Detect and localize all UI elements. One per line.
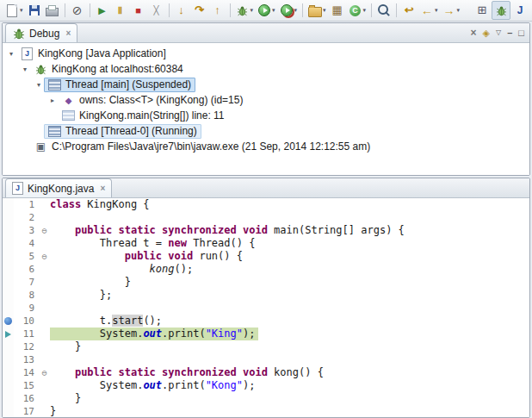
debug-tree-row[interactable]: ▾KingKong at localhost:60384 [3, 61, 529, 77]
tree-expanded-icon[interactable]: ▾ [34, 81, 44, 89]
debug-target-icon [34, 63, 47, 75]
debug-tree-row[interactable]: ▾Thread [main] (Suspended) [3, 77, 529, 92]
tree-item[interactable]: ▣C:\Program Files\Java\jre7\bin\javaw.ex… [30, 140, 374, 154]
marker-gutter[interactable] [3, 250, 14, 263]
breakpoint-icon[interactable] [3, 315, 14, 328]
remove-all-terminated-icon[interactable]: × [471, 26, 477, 40]
tab-kingkong-java[interactable]: KingKong.java × [5, 178, 112, 197]
minimize-icon[interactable]: – [507, 26, 512, 40]
close-icon[interactable]: × [100, 184, 105, 193]
tree-expanded-icon[interactable]: ▾ [20, 66, 30, 73]
code-text[interactable]: kong(); [50, 263, 196, 276]
marker-gutter[interactable] [3, 237, 14, 250]
marker-gutter[interactable] [3, 340, 14, 353]
tree-item[interactable]: KingKong at localhost:60384 [30, 62, 188, 77]
debug-tree-row[interactable]: ▣C:\Program Files\Java\jre7\bin\javaw.ex… [3, 139, 529, 154]
new-package-button[interactable]: ▦ [329, 2, 346, 19]
code-text[interactable] [50, 353, 53, 366]
line-number: 17 [14, 405, 39, 418]
step-return-button[interactable]: ↑ [209, 2, 226, 19]
view-settings-icon[interactable]: ◈ [483, 26, 490, 40]
dropdown-arrow-icon[interactable]: ▾ [20, 7, 23, 14]
view-menu-icon[interactable]: ▽ [496, 26, 501, 40]
step-into-button[interactable]: ↓ [173, 2, 190, 19]
marker-gutter[interactable] [3, 198, 14, 211]
step-over-button[interactable]: ↷ [191, 2, 208, 19]
dropdown-arrow-icon[interactable]: ▾ [435, 7, 438, 14]
dropdown-arrow-icon[interactable]: ▾ [251, 7, 254, 14]
code-editor[interactable]: 1class KingKong {23⊖ public static synch… [3, 198, 529, 418]
code-text[interactable]: } [50, 405, 59, 418]
tree-item[interactable]: KingKong.main(String[]) line: 11 [58, 109, 229, 123]
dropdown-arrow-icon[interactable]: ▾ [457, 7, 461, 14]
forward-button[interactable]: →▾ [441, 2, 462, 19]
instruction-pointer-icon[interactable] [3, 328, 14, 340]
marker-gutter[interactable] [3, 392, 14, 405]
terminate-button[interactable]: ■ [130, 2, 147, 19]
marker-gutter[interactable] [3, 353, 14, 366]
code-text[interactable]: t.start(); [50, 315, 165, 328]
close-icon[interactable]: × [65, 28, 71, 38]
debug-tree-row[interactable]: ▾KingKong [Java Application] [3, 46, 529, 61]
tree-item[interactable]: ◆owns: Class<T> (KingKong) (id=15) [58, 93, 247, 108]
marker-gutter[interactable] [3, 302, 14, 315]
dropdown-arrow-icon[interactable]: ▾ [294, 7, 298, 14]
save-button[interactable] [26, 2, 43, 19]
marker-gutter[interactable] [3, 276, 14, 289]
marker-gutter[interactable] [3, 379, 14, 392]
suspend-button[interactable]: Ⅱ [112, 2, 129, 19]
tree-item[interactable]: Thread [Thread-0] (Running) [44, 124, 201, 139]
tree-item[interactable]: Thread [main] (Suspended) [44, 78, 195, 92]
fold-collapse-icon[interactable]: ⊖ [39, 224, 50, 237]
code-text[interactable]: class KingKong { [50, 198, 153, 211]
code-text[interactable]: } [50, 276, 134, 289]
marker-gutter[interactable] [3, 289, 14, 302]
tree-item[interactable]: KingKong [Java Application] [16, 47, 170, 61]
perspective-debug-button[interactable] [492, 1, 510, 20]
resume-button[interactable]: ▶ [94, 2, 111, 19]
fold-collapse-icon[interactable]: ⊖ [39, 366, 50, 379]
search-button[interactable] [375, 2, 393, 19]
tree-collapsed-icon[interactable]: ▸ [47, 97, 58, 104]
back-button[interactable]: ←▾ [418, 2, 440, 19]
tab-debug[interactable]: Debug × [5, 23, 77, 42]
marker-gutter[interactable] [3, 224, 14, 237]
new-class-button[interactable]: ▾ [347, 2, 368, 19]
code-text[interactable]: } [50, 340, 84, 353]
code-text[interactable]: public void run() { [50, 250, 246, 263]
code-text[interactable] [50, 211, 53, 224]
code-text[interactable]: public static synchronized void main(Str… [50, 224, 408, 237]
code-text[interactable]: } [50, 392, 84, 405]
debug-tree-row[interactable]: ▸◆owns: Class<T> (KingKong) (id=15) [3, 92, 529, 108]
new-java-project-button[interactable]: ▾ [306, 2, 328, 19]
maximize-icon[interactable]: □ [518, 26, 524, 40]
code-text[interactable]: System.out.print("Kong"); [50, 379, 258, 392]
print-button[interactable] [44, 2, 61, 19]
debug-button[interactable]: ▾ [234, 2, 256, 19]
external-tools-button[interactable]: ▾ [278, 2, 300, 19]
last-edit-location-button[interactable]: ↩ [400, 2, 418, 19]
perspective-java-button[interactable]: J [511, 2, 529, 19]
marker-gutter[interactable] [3, 211, 14, 224]
dropdown-arrow-icon[interactable]: ▾ [363, 7, 367, 14]
dropdown-arrow-icon[interactable]: ▾ [272, 7, 275, 14]
code-text[interactable]: System.out.print("King"); [50, 328, 258, 340]
marker-gutter[interactable] [3, 263, 14, 276]
code-text[interactable]: }; [50, 289, 115, 302]
dropdown-arrow-icon[interactable]: ▾ [323, 7, 326, 14]
marker-gutter[interactable] [3, 405, 14, 418]
debug-tree-row[interactable]: KingKong.main(String[]) line: 11 [3, 108, 529, 123]
new-wizard-button[interactable]: ▾ [3, 2, 25, 19]
disconnect-button[interactable]: ╳ [148, 2, 165, 19]
open-perspective-button[interactable]: ⊞ [473, 2, 491, 19]
skip-breakpoints-button[interactable]: ⊘ [69, 2, 86, 19]
debug-tree-row[interactable]: Thread [Thread-0] (Running) [3, 123, 529, 139]
tree-expanded-icon[interactable]: ▾ [6, 50, 16, 58]
code-text[interactable] [50, 302, 53, 315]
code-text[interactable]: Thread t = new Thread() { [50, 237, 258, 250]
marker-gutter[interactable] [3, 366, 14, 379]
run-button[interactable]: ▾ [256, 2, 277, 19]
fold-collapse-icon[interactable]: ⊖ [39, 250, 50, 263]
new-java-project-icon [308, 3, 322, 17]
code-text[interactable]: public static synchronized void kong() { [50, 366, 327, 379]
